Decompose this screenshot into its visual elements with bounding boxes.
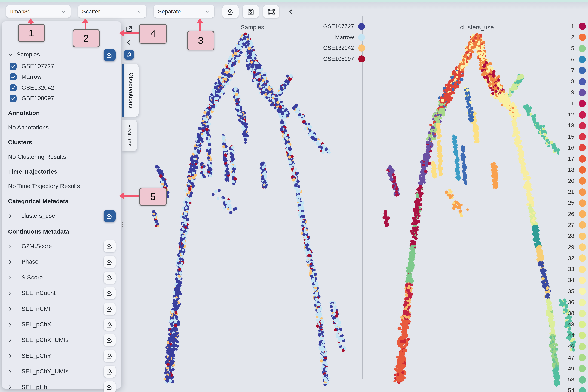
- checkbox-checked-icon[interactable]: [9, 84, 16, 92]
- chevron-right-icon[interactable]: [7, 290, 16, 296]
- samples-fill-color-button[interactable]: [104, 49, 116, 61]
- sample-checkbox-row[interactable]: Marrow: [2, 72, 121, 82]
- chevron-right-icon[interactable]: [7, 384, 16, 390]
- paint-bucket-icon: [106, 368, 113, 375]
- legend-row[interactable]: GSE132042: [289, 43, 365, 54]
- legend-row[interactable]: GSE108097: [289, 54, 365, 64]
- chevron-down-icon[interactable]: [7, 52, 16, 58]
- chevron-right-icon[interactable]: [7, 322, 16, 327]
- legend-row[interactable]: 35: [543, 286, 586, 297]
- chevron-right-icon[interactable]: [7, 369, 16, 374]
- legend-label: 15: [568, 134, 574, 140]
- legend-row[interactable]: 2: [543, 32, 586, 43]
- SEL_pChY-fill-color-button[interactable]: [104, 350, 116, 362]
- chevron-right-icon[interactable]: [7, 213, 16, 218]
- legend-row[interactable]: 54: [543, 385, 586, 392]
- legend-row[interactable]: 44: [543, 330, 586, 341]
- legend-row[interactable]: 12: [543, 109, 586, 120]
- legend-color-dot: [358, 34, 365, 41]
- continuous-item-label: SEL_pChX_UMIs: [21, 337, 68, 344]
- legend-row[interactable]: 28: [543, 230, 586, 242]
- continuous-item-Phase[interactable]: Phase: [2, 257, 121, 267]
- sample-checkbox-row[interactable]: GSE132042: [2, 82, 121, 93]
- legend-row[interactable]: 38: [543, 308, 586, 319]
- continuous-item-SEL_pChY[interactable]: SEL_pChY: [2, 351, 121, 361]
- continuous-item-SEL_pHb[interactable]: SEL_pHb: [2, 382, 121, 392]
- continuous-item-S.Score[interactable]: S.Score: [2, 272, 121, 283]
- panel-collapse-button[interactable]: [124, 38, 134, 47]
- legend-row[interactable]: 1: [543, 21, 586, 32]
- legend-row[interactable]: 33: [543, 264, 586, 275]
- checkbox-checked-icon[interactable]: [9, 95, 16, 102]
- legend-row[interactable]: 5: [543, 43, 586, 54]
- legend-label: 21: [568, 189, 574, 195]
- checkbox-checked-icon[interactable]: [9, 63, 16, 70]
- continuous-item-SEL_pChX_UMIs[interactable]: SEL_pChX_UMIs: [2, 335, 121, 346]
- continuous-item-SEL_pChX[interactable]: SEL_pChX: [2, 319, 121, 330]
- legend-row[interactable]: 9: [543, 87, 586, 98]
- samples-group-header[interactable]: Samples: [2, 50, 121, 60]
- legend-row[interactable]: 43: [543, 319, 586, 330]
- legend-row[interactable]: 26: [543, 208, 586, 220]
- plot-title-samples: Samples: [241, 24, 264, 31]
- continuous-item-G2M.Score[interactable]: G2M.Score: [2, 241, 121, 252]
- G2M.Score-fill-color-button[interactable]: [104, 240, 116, 252]
- legend-label: 28: [568, 233, 574, 240]
- SEL_pChX_UMIs-fill-color-button[interactable]: [104, 334, 116, 346]
- SEL_pHb-fill-color-button[interactable]: [104, 381, 116, 392]
- legend-color-dot: [579, 276, 586, 284]
- legend-row[interactable]: 34: [543, 275, 586, 286]
- legend-row[interactable]: Marrow: [289, 32, 365, 43]
- legend-row[interactable]: 53: [543, 374, 586, 385]
- continuous-item-SEL_nCount[interactable]: SEL_nCount: [2, 288, 121, 298]
- legend-row[interactable]: 8: [543, 76, 586, 87]
- legend-row[interactable]: 16: [543, 142, 586, 154]
- legend-row[interactable]: 13: [543, 120, 586, 131]
- SEL_pChY_UMIs-fill-color-button[interactable]: [104, 366, 116, 378]
- legend-row[interactable]: 11: [543, 98, 586, 109]
- S.Score-fill-color-button[interactable]: [104, 272, 116, 284]
- legend-row[interactable]: 46: [543, 341, 586, 352]
- legend-label: 8: [571, 78, 574, 85]
- legend-row[interactable]: 21: [543, 186, 586, 198]
- chevron-right-icon[interactable]: [7, 275, 16, 280]
- categorical-item-clusters-use[interactable]: clusters_use: [2, 211, 121, 221]
- sample-checkbox-row[interactable]: GSE108097: [2, 93, 121, 104]
- legend-label: 38: [568, 310, 574, 317]
- legend-row[interactable]: 15: [543, 131, 586, 142]
- legend-label: 53: [568, 376, 574, 383]
- SEL_nCount-fill-color-button[interactable]: [104, 287, 116, 299]
- continuous-item-SEL_nUMI[interactable]: SEL_nUMI: [2, 304, 121, 314]
- legend-row[interactable]: 49: [543, 363, 586, 374]
- legend-row[interactable]: 36: [543, 297, 586, 308]
- tab-features[interactable]: Features: [122, 120, 137, 151]
- legend-row[interactable]: 20: [543, 175, 586, 186]
- sample-checkbox-row[interactable]: GSE107727: [2, 61, 121, 72]
- legend-row[interactable]: GSE107727: [289, 21, 365, 32]
- SEL_nUMI-fill-color-button[interactable]: [104, 303, 116, 315]
- panel-resize-handle[interactable]: ⋮: [120, 223, 125, 226]
- legend-row[interactable]: 6: [543, 54, 586, 65]
- legend-row[interactable]: 17: [543, 153, 586, 164]
- checkbox-checked-icon[interactable]: [9, 74, 16, 80]
- clusters-use-fill-color-button[interactable]: [104, 210, 116, 222]
- continuous-item-SEL_pChY_UMIs[interactable]: SEL_pChY_UMIs: [2, 366, 121, 377]
- legend-row[interactable]: 18: [543, 164, 586, 176]
- Phase-fill-color-button[interactable]: [104, 256, 116, 268]
- pin-panel-button[interactable]: [124, 50, 134, 60]
- chevron-right-icon[interactable]: [7, 259, 16, 265]
- legend-row[interactable]: 25: [543, 198, 586, 209]
- SEL_pChX-fill-color-button[interactable]: [104, 318, 116, 330]
- tab-observations[interactable]: Observations: [122, 64, 139, 117]
- chevron-right-icon[interactable]: [7, 244, 16, 249]
- legend-row[interactable]: 32: [543, 253, 586, 264]
- legend-row[interactable]: 7: [543, 65, 586, 76]
- legend-row[interactable]: 27: [543, 220, 586, 231]
- chevron-right-icon[interactable]: [7, 306, 16, 312]
- legend-row[interactable]: 47: [543, 352, 586, 363]
- chevron-right-icon[interactable]: [7, 338, 16, 343]
- chevron-right-icon[interactable]: [7, 353, 16, 359]
- legend-color-dot: [579, 45, 586, 52]
- legend-row[interactable]: 29: [543, 242, 586, 253]
- trajectories-empty-text: No Time Trajectory Results: [8, 183, 80, 190]
